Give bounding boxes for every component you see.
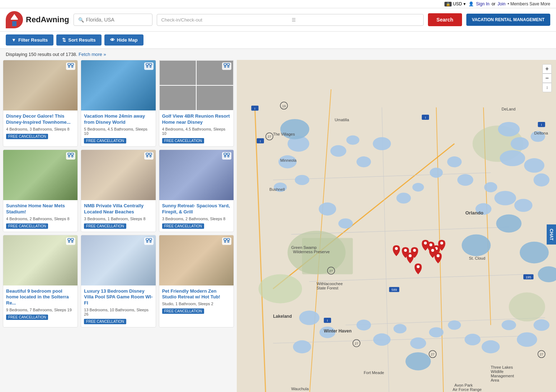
property-card[interactable]: Disney Decor Galore! This Disney-Inspire…: [3, 60, 78, 147]
property-card[interactable]: NMB Private Villa Centrally Located Near…: [81, 150, 156, 232]
or-text: or: [491, 1, 495, 6]
svg-text:Deltona: Deltona: [534, 131, 548, 135]
sort-results-button[interactable]: ⇅ Sort Results: [56, 34, 102, 46]
property-card[interactable]: Luxury 13 Bedroom Disney Villa Pool SPA …: [81, 235, 156, 328]
svg-point-100: [299, 311, 320, 325]
property-meta: 4 Bedrooms, 4.5 Bathrooms, Sleeps 10: [162, 127, 231, 136]
sort-label: Sort Results: [68, 37, 96, 43]
location-search[interactable]: 🔍: [74, 14, 152, 26]
filter-label: Filter Results: [18, 37, 48, 43]
svg-point-42: [69, 241, 70, 242]
currency-selector[interactable]: 🔒 USD ▾: [444, 1, 466, 6]
favorite-button[interactable]: [66, 237, 75, 245]
free-cancel-badge: FREE CANCELLATION: [162, 223, 204, 229]
chat-button[interactable]: CHAT: [547, 224, 556, 244]
zoom-out-button[interactable]: −: [542, 74, 552, 83]
property-meta: 3 Bedrooms, 2 Bathrooms, Sleeps 8: [162, 217, 231, 221]
svg-rect-72: [302, 238, 353, 274]
card-body: NMB Private Villa Centrally Located Near…: [81, 200, 155, 232]
card-body: Luxury 13 Bedroom Disney Villa Pool SPA …: [81, 285, 155, 327]
svg-text:St. Cloud: St. Cloud: [469, 256, 485, 260]
filter-bar: ▼ Filter Results ⇅ Sort Results 👁 Hide M…: [0, 32, 556, 49]
svg-point-163: [404, 249, 407, 252]
svg-point-13: [150, 66, 151, 67]
location-input[interactable]: [86, 17, 148, 23]
map-svg: DeLand Deltona The Villages Umatilla Bus…: [237, 60, 556, 392]
card-image-wrapper: [159, 150, 234, 200]
svg-rect-47: [149, 238, 152, 240]
svg-rect-29: [149, 153, 152, 155]
svg-point-103: [357, 320, 371, 330]
free-cancel-badge: FREE CANCELLATION: [162, 308, 204, 314]
currency-label: USD: [453, 1, 462, 6]
favorite-button[interactable]: [222, 62, 231, 70]
svg-point-93: [330, 145, 347, 157]
svg-text:Orlando: Orlando: [465, 210, 483, 216]
svg-point-55: [227, 241, 229, 242]
property-meta: Studio, 1 Bathroom, Sleeps 2: [162, 302, 231, 306]
property-card[interactable]: Sunny Retreat- Spacious Yard, Firepit, &…: [159, 150, 234, 232]
svg-rect-23: [71, 153, 74, 155]
card-body: Vacation Home 24min away from Disney Wor…: [81, 110, 155, 146]
svg-point-115: [405, 352, 431, 370]
join-link[interactable]: Join: [498, 1, 505, 6]
svg-point-82: [494, 191, 516, 205]
svg-point-87: [457, 174, 473, 186]
svg-point-48: [146, 241, 148, 242]
favorite-button[interactable]: [66, 152, 75, 160]
card-body: Golf View 4BR Reunion Resort Home near D…: [159, 110, 234, 146]
favorite-button[interactable]: [222, 152, 231, 160]
fetch-more-link[interactable]: Fetch more »: [79, 52, 106, 57]
logo[interactable]: RedAwning: [6, 11, 69, 28]
favorite-button[interactable]: [66, 62, 75, 70]
property-meta: 9 Bedrooms, 7 Bathrooms, Sleeps 19: [6, 308, 75, 312]
auth-section: 👤 Sign In or Join • Members Save More: [468, 1, 550, 6]
property-title: Sunny Retreat- Spacious Yard, Firepit, &…: [162, 203, 231, 215]
property-card[interactable]: Sunshine Home Near Mets Stadium! 4 Bedro…: [3, 150, 78, 232]
search-button[interactable]: Search: [428, 13, 462, 26]
svg-point-118: [520, 242, 549, 264]
svg-point-98: [319, 203, 336, 216]
svg-rect-28: [146, 153, 149, 155]
svg-rect-52: [224, 238, 226, 240]
favorite-button[interactable]: [144, 237, 154, 245]
svg-rect-10: [146, 63, 149, 65]
svg-point-166: [424, 242, 427, 245]
property-card[interactable]: Beautiful 9 bedroom pool home located in…: [3, 235, 78, 328]
property-card[interactable]: Golf View 4BR Reunion Resort Home near D…: [159, 60, 234, 147]
free-cancel-badge: FREE CANCELLATION: [84, 223, 126, 229]
property-card[interactable]: Pet Friendly Modern Zen Studio Retreat w…: [159, 235, 234, 328]
compare-icon: [67, 63, 74, 68]
svg-text:27: 27: [268, 135, 271, 138]
svg-point-85: [447, 156, 462, 167]
header: RedAwning 🔍 Check-in/Check-out ☰ Search …: [0, 8, 556, 32]
svg-rect-35: [227, 153, 230, 155]
favorite-button[interactable]: [144, 152, 154, 160]
svg-point-99: [338, 218, 353, 228]
listings-panel: Disney Decor Galore! This Disney-Inspire…: [0, 60, 237, 392]
property-card[interactable]: Vacation Home 24min away from Disney Wor…: [81, 60, 156, 147]
card-image-wrapper: [81, 235, 155, 285]
svg-point-49: [150, 241, 151, 242]
checkin-bar[interactable]: Check-in/Check-out ☰: [157, 14, 424, 26]
svg-rect-11: [149, 63, 152, 65]
hide-map-button[interactable]: 👁 Hide Map: [104, 34, 143, 46]
signin-link[interactable]: Sign In: [476, 1, 489, 6]
compare-icon: [223, 63, 230, 68]
svg-point-86: [430, 167, 443, 178]
favorite-button[interactable]: [144, 62, 154, 70]
svg-point-25: [72, 156, 73, 157]
svg-text:19: 19: [282, 104, 286, 108]
reset-zoom-button[interactable]: ↕: [542, 83, 552, 92]
property-title: Vacation Home 24min away from Disney Wor…: [84, 113, 152, 126]
card-image-wrapper: [159, 60, 234, 110]
filter-icon: ▼: [11, 37, 16, 43]
zoom-in-button[interactable]: +: [542, 64, 552, 74]
favorite-button[interactable]: [222, 237, 231, 245]
card-image-wrapper: [3, 60, 77, 110]
svg-point-78: [500, 150, 525, 166]
vacation-rental-button[interactable]: VACATION RENTAL MANAGEMENT: [466, 14, 550, 26]
filter-results-button[interactable]: ▼ Filter Results: [6, 34, 53, 46]
svg-point-70: [259, 274, 302, 303]
svg-point-89: [396, 193, 411, 203]
